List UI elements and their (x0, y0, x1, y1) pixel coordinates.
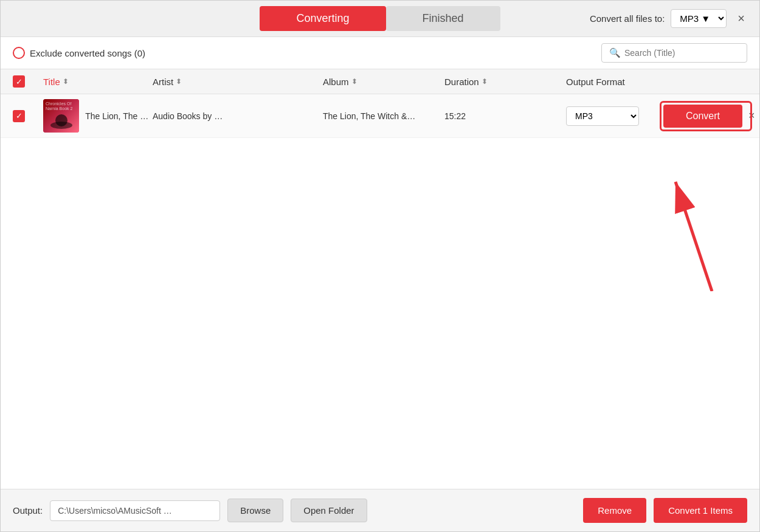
row-format: MP3 AAC FLAC WAV (566, 106, 663, 126)
row-album: The Lion, The Witch &… (323, 111, 444, 122)
open-folder-button[interactable]: Open Folder (291, 499, 367, 522)
exclude-radio[interactable] (13, 47, 25, 59)
search-input[interactable] (624, 48, 734, 58)
thumb-figure (49, 112, 74, 129)
exclude-text: Exclude converted songs (0) (30, 48, 145, 58)
duration-sort-icon[interactable]: ⬍ (482, 77, 488, 86)
header-checkbox[interactable]: ✓ (13, 75, 25, 88)
remove-row: × (748, 109, 759, 122)
tab-finished[interactable]: Finished (386, 6, 500, 31)
table-area: ✓ Title ⬍ Artist ⬍ Album ⬍ Duration ⬍ Ou… (1, 69, 759, 489)
album-thumbnail: Chronicles Of Narnia Book 2 (43, 99, 79, 133)
thumb-text: Chronicles Of Narnia Book 2 (46, 102, 77, 112)
artist-sort-icon[interactable]: ⬍ (176, 77, 182, 86)
col-album: Album ⬍ (323, 77, 444, 87)
title-cell: Chronicles Of Narnia Book 2 The Lion, Th… (43, 99, 153, 133)
tab-group: Converting Finished (260, 6, 500, 31)
svg-point-1 (55, 114, 67, 126)
header: Converting Finished Convert all files to… (1, 1, 759, 37)
toolbar: Exclude converted songs (0) 🔍 (1, 37, 759, 69)
format-select[interactable]: MP3 ▼ AAC FLAC WAV M4A OGG (671, 9, 727, 28)
footer: Output: C:\Users\micso\AMusicSoft … Brow… (1, 489, 759, 531)
remove-row-button[interactable]: × (748, 109, 755, 122)
convert-btn-wrapper: Convert (663, 105, 748, 128)
convert-button[interactable]: Convert (663, 105, 742, 128)
remove-button[interactable]: Remove (583, 498, 646, 523)
convert-items-button[interactable]: Convert 1 Items (654, 498, 747, 523)
col-duration: Duration ⬍ (444, 77, 566, 87)
row-duration: 15:22 (444, 111, 566, 122)
tab-converting[interactable]: Converting (260, 6, 385, 31)
header-right: Convert all files to: MP3 ▼ AAC FLAC WAV… (500, 9, 750, 28)
output-label: Output: (13, 505, 43, 516)
row-checkbox[interactable]: ✓ (13, 110, 43, 122)
row-artist: Audio Books by … (153, 111, 323, 122)
row-title: The Lion, The Witc… (85, 111, 153, 121)
table-row: ✓ Chronicles Of Narnia Book 2 (1, 94, 759, 138)
col-checkbox: ✓ (13, 75, 43, 88)
browse-button[interactable]: Browse (227, 499, 283, 522)
search-box: 🔍 (601, 43, 747, 63)
row-format-select[interactable]: MP3 AAC FLAC WAV (566, 106, 639, 126)
col-output-format: Output Format (566, 77, 663, 87)
output-path: C:\Users\micso\AMusicSoft … (50, 500, 220, 521)
convert-all-label: Convert all files to: (590, 13, 665, 24)
search-icon: 🔍 (609, 47, 621, 58)
table-header: ✓ Title ⬍ Artist ⬍ Album ⬍ Duration ⬍ Ou… (1, 69, 759, 94)
app-window: Converting Finished Convert all files to… (0, 0, 760, 532)
album-sort-icon[interactable]: ⬍ (351, 77, 358, 86)
col-title: Title ⬍ (43, 77, 153, 87)
exclude-label[interactable]: Exclude converted songs (0) (13, 47, 145, 59)
title-sort-icon[interactable]: ⬍ (63, 77, 69, 86)
close-button[interactable]: × (733, 9, 750, 28)
col-artist: Artist ⬍ (153, 77, 323, 87)
